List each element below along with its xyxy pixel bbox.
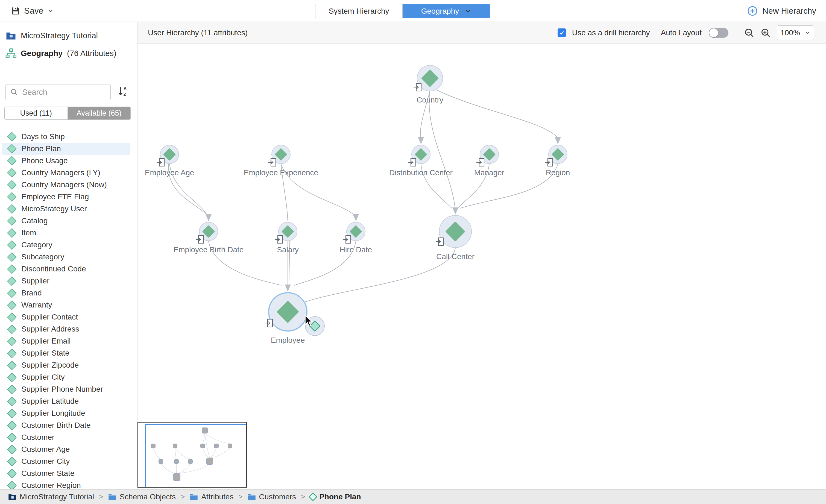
toggle-knob bbox=[709, 28, 718, 37]
minimap-viewport[interactable] bbox=[145, 424, 247, 488]
top-toolbar: Save System Hierarchy Geography New Hier… bbox=[0, 0, 826, 22]
node-label-employee-age: Employee Age bbox=[145, 168, 194, 177]
list-item[interactable]: Supplier State bbox=[0, 347, 137, 359]
entry-point-icon bbox=[268, 158, 277, 167]
attribute-diamond-icon bbox=[7, 408, 17, 418]
breadcrumb-item-phone-plan[interactable]: Phone Plan bbox=[310, 493, 361, 501]
list-item[interactable]: Customer Age bbox=[0, 443, 137, 455]
auto-layout-label: Auto Layout bbox=[661, 28, 702, 37]
node-diamond-icon bbox=[445, 222, 466, 242]
breadcrumb-item-attributes[interactable]: Attributes bbox=[190, 493, 233, 501]
entry-point-badge[interactable] bbox=[436, 237, 445, 248]
breadcrumb-item-microstrategy-tutorial[interactable]: MicroStrategy Tutorial bbox=[8, 493, 94, 501]
entry-point-badge[interactable] bbox=[414, 82, 422, 93]
list-item[interactable]: Subcategory bbox=[0, 251, 137, 263]
chevron-down-icon bbox=[47, 8, 54, 14]
project-row[interactable]: MicroStrategy Tutorial bbox=[0, 22, 137, 40]
graph-node-employee[interactable] bbox=[268, 292, 307, 331]
list-item[interactable]: Discontinued Code bbox=[0, 263, 137, 275]
entry-point-badge[interactable] bbox=[476, 158, 485, 168]
attribute-diamond-icon bbox=[7, 156, 17, 165]
zoom-out-button[interactable] bbox=[744, 27, 754, 38]
zoom-level-value: 100% bbox=[780, 28, 800, 37]
list-item[interactable]: Catalog bbox=[0, 215, 137, 227]
tab-used[interactable]: Used (11) bbox=[5, 107, 68, 119]
list-item[interactable]: Supplier Longitude bbox=[0, 407, 137, 419]
new-hierarchy-button[interactable]: New Hierarchy bbox=[747, 0, 816, 22]
list-item[interactable]: Supplier Email bbox=[0, 335, 137, 347]
breadcrumb-item-schema-objects[interactable]: Schema Objects bbox=[108, 493, 176, 501]
used-available-switch: Used (11) Available (65) bbox=[4, 107, 131, 120]
list-item[interactable]: Supplier Address bbox=[0, 323, 137, 335]
list-item[interactable]: Customer City bbox=[0, 455, 137, 467]
list-item[interactable]: Supplier City bbox=[0, 371, 137, 383]
list-item[interactable]: Customer Birth Date bbox=[0, 419, 137, 431]
minimap[interactable] bbox=[137, 422, 247, 488]
folder-icon bbox=[248, 493, 256, 500]
attribute-diamond-icon bbox=[7, 204, 17, 213]
breadcrumb-label: Phone Plan bbox=[319, 493, 361, 501]
search-input[interactable] bbox=[22, 88, 99, 97]
entry-point-badge[interactable] bbox=[343, 235, 352, 245]
list-item[interactable]: Employee FTE Flag bbox=[0, 191, 137, 203]
list-item[interactable]: Customer Region bbox=[0, 480, 137, 489]
entry-point-badge[interactable] bbox=[196, 235, 204, 245]
drill-hierarchy-label: Use as a drill hierarchy bbox=[572, 28, 650, 37]
sort-az-icon[interactable]: A Z bbox=[118, 86, 128, 98]
list-item[interactable]: Warranty bbox=[0, 299, 137, 311]
list-item[interactable]: Brand bbox=[0, 287, 137, 299]
breadcrumb-separator: > bbox=[98, 493, 104, 501]
list-item[interactable]: Phone Usage bbox=[0, 155, 137, 167]
attribute-label: Category bbox=[21, 241, 53, 249]
entry-point-badge[interactable] bbox=[275, 235, 284, 245]
list-item[interactable]: Supplier Contact bbox=[0, 311, 137, 323]
attribute-diamond-icon bbox=[7, 372, 17, 382]
save-button[interactable]: Save bbox=[11, 0, 54, 22]
list-item[interactable]: Days to Ship bbox=[0, 131, 137, 143]
entry-point-badge[interactable] bbox=[157, 158, 165, 168]
tab-system-hierarchy[interactable]: System Hierarchy bbox=[315, 4, 403, 18]
attribute-diamond-icon bbox=[7, 444, 17, 454]
attribute-diamond-icon bbox=[7, 252, 17, 262]
entry-point-badge[interactable] bbox=[545, 158, 554, 168]
attribute-label: Phone Usage bbox=[21, 156, 68, 165]
zoom-level-dropdown[interactable]: 100% bbox=[777, 25, 814, 40]
list-item[interactable]: Supplier Phone Number bbox=[0, 383, 137, 395]
attribute-diamond-icon bbox=[7, 481, 17, 489]
list-item[interactable]: Customer State bbox=[0, 467, 137, 480]
entry-point-badge[interactable] bbox=[408, 158, 417, 168]
list-item[interactable]: Country Managers (Now) bbox=[0, 179, 137, 191]
entry-point-badge[interactable] bbox=[268, 158, 277, 168]
attribute-label: Supplier Address bbox=[21, 325, 79, 333]
node-diamond-icon bbox=[421, 69, 439, 87]
list-item[interactable]: Supplier Latitude bbox=[0, 395, 137, 407]
list-item[interactable]: MicroStrategy User bbox=[0, 203, 137, 215]
attribute-label: Customer Region bbox=[21, 481, 81, 489]
list-item[interactable]: Item bbox=[0, 227, 137, 239]
breadcrumb-item-customers[interactable]: Customers bbox=[248, 493, 296, 501]
list-item[interactable]: Phone Plan bbox=[2, 143, 130, 155]
entry-point-icon bbox=[408, 158, 417, 167]
attribute-diamond-icon bbox=[7, 240, 17, 250]
breadcrumb-separator: > bbox=[300, 493, 306, 501]
tab-geography-label: Geography bbox=[421, 7, 459, 15]
list-item[interactable]: Category bbox=[0, 239, 137, 251]
attribute-diamond-icon bbox=[7, 396, 17, 406]
plus-circle-icon bbox=[747, 5, 758, 16]
tab-available[interactable]: Available (65) bbox=[68, 107, 131, 119]
list-item[interactable]: Customer bbox=[0, 431, 137, 443]
check-icon bbox=[559, 30, 565, 36]
project-name: MicroStrategy Tutorial bbox=[21, 31, 98, 40]
tab-geography[interactable]: Geography bbox=[403, 4, 490, 18]
entry-point-icon bbox=[157, 158, 165, 167]
list-item[interactable]: Country Managers (LY) bbox=[0, 167, 137, 179]
drill-hierarchy-checkbox[interactable] bbox=[557, 28, 566, 37]
entry-point-badge[interactable] bbox=[265, 318, 274, 329]
zoom-in-button[interactable] bbox=[760, 27, 771, 38]
list-item[interactable]: Supplier Zipcode bbox=[0, 359, 137, 371]
hierarchy-graph-canvas[interactable]: CountryEmployee AgeEmployee ExperienceDi… bbox=[137, 44, 826, 489]
auto-layout-toggle[interactable] bbox=[709, 28, 728, 38]
list-item[interactable]: Supplier bbox=[0, 275, 137, 287]
node-label-call-center: Call Center bbox=[436, 252, 474, 261]
edge-country-to-call-center bbox=[429, 91, 455, 208]
